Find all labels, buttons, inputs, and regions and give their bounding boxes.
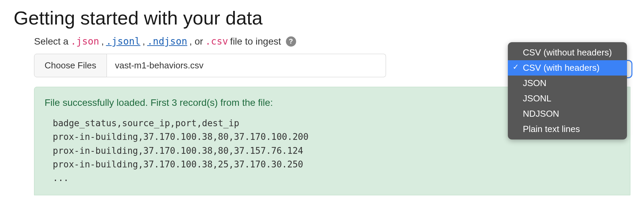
sep: , or: [189, 36, 203, 47]
dropdown-option-json[interactable]: JSON: [508, 76, 627, 91]
sep: ,: [142, 36, 145, 47]
format-dropdown[interactable]: CSV (without headers) CSV (with headers)…: [508, 42, 627, 140]
instruction-prefix: Select a: [34, 36, 68, 47]
selected-filename: vast-m1-behaviors.csv: [107, 54, 386, 77]
dropdown-option-plaintext[interactable]: Plain text lines: [508, 121, 627, 137]
help-icon[interactable]: ?: [286, 36, 296, 47]
page-title: Getting started with your data: [14, 7, 630, 29]
sep: ,: [101, 36, 104, 47]
ext-ndjson-link[interactable]: .ndjson: [147, 36, 187, 47]
dropdown-option-jsonl[interactable]: JSONL: [508, 91, 627, 106]
ext-csv: .csv: [205, 36, 228, 47]
dropdown-option-csv-headers[interactable]: CSV (with headers): [508, 60, 627, 76]
ext-jsonl-link[interactable]: .jsonl: [106, 36, 140, 47]
choose-files-button[interactable]: Choose Files: [34, 54, 107, 77]
dropdown-option-csv-noheaders[interactable]: CSV (without headers): [508, 45, 627, 60]
instruction-suffix: file to ingest: [230, 36, 281, 47]
dropdown-option-ndjson[interactable]: NDJSON: [508, 106, 627, 121]
ext-json: .json: [70, 36, 99, 47]
